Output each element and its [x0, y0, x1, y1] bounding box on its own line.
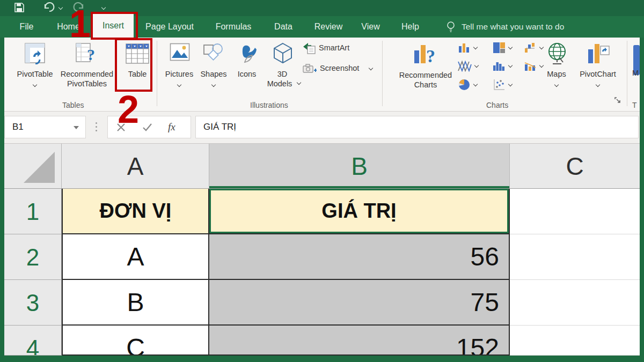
dropdown-icon: [539, 45, 544, 50]
row-header-1[interactable]: 1: [4, 189, 62, 234]
cell-a1[interactable]: ĐƠN VỊ: [62, 189, 209, 234]
tables-group-label: Tables: [62, 101, 84, 109]
cell-b3[interactable]: 75: [209, 280, 510, 326]
tab-page-layout[interactable]: Page Layout: [143, 16, 196, 38]
3d-models-dropdown-icon: [296, 80, 302, 85]
illustrations-group-label: Illustrations: [250, 101, 288, 109]
formula-bar-row: B1 fx GIÁ TRỊ: [4, 112, 640, 144]
dropdown-icon: [508, 63, 513, 68]
screenshot-dropdown-icon: [368, 66, 374, 71]
dropdown-icon: [539, 63, 544, 68]
recommended-charts-label1: Recommended: [396, 71, 455, 79]
waterfall-chart-icon: [524, 42, 537, 54]
undo-icon[interactable]: [43, 2, 56, 13]
column-chart-icon: [458, 42, 471, 54]
cell-a4[interactable]: C: [62, 326, 209, 356]
annotation-box-insert-tab: [91, 12, 138, 40]
group-separator: [627, 41, 627, 106]
insert-line-chart-button[interactable]: [458, 60, 472, 72]
spreadsheet-grid: A B C 1 2 3 4 ĐƠN VỊ GIÁ TRỊ A 56 B 75 C…: [4, 144, 640, 356]
tab-review[interactable]: Review: [312, 16, 345, 38]
insert-function-icon[interactable]: fx: [168, 116, 175, 138]
name-box-value: B1: [12, 122, 24, 132]
scatter-chart-icon: [493, 78, 506, 91]
dropdown-icon: [473, 82, 478, 87]
dropdown-icon: [508, 45, 513, 50]
svg-text:?: ?: [426, 46, 435, 66]
pictures-dropdown-icon: [177, 83, 182, 87]
quick-access-customize-icon[interactable]: [101, 5, 106, 10]
column-header-c[interactable]: C: [510, 144, 640, 189]
pivotchart-label: PivotChart: [573, 70, 623, 78]
tab-help[interactable]: Help: [398, 16, 422, 38]
row-header-4[interactable]: 4: [4, 326, 62, 356]
save-icon[interactable]: [14, 2, 25, 13]
shapes-dropdown-icon: [211, 83, 216, 87]
name-box-dropdown-icon[interactable]: [74, 126, 79, 129]
clipped-group-label-t: T: [632, 101, 637, 109]
tell-me-search[interactable]: Tell me what you want to do: [462, 16, 585, 38]
smartart-button[interactable]: SmartArt: [303, 42, 372, 56]
maps-label: Maps: [541, 70, 572, 78]
pie-chart-icon: [458, 78, 471, 91]
combo-chart-icon: [524, 60, 537, 72]
formula-bar-splitter-icon[interactable]: [96, 122, 97, 124]
insert-pie-chart-button[interactable]: [458, 78, 471, 91]
insert-combo-chart-button[interactable]: [524, 60, 537, 72]
cell-a2[interactable]: A: [62, 234, 209, 280]
lightbulb-icon: [445, 21, 456, 33]
shapes-icon: [203, 43, 224, 62]
recommended-charts-icon: ?: [412, 42, 439, 67]
cell-c1[interactable]: [510, 189, 640, 234]
icons-icon: [237, 42, 258, 63]
maps-icon: [546, 42, 568, 65]
pivotchart-icon: [586, 42, 611, 67]
tab-formulas[interactable]: Formulas: [212, 16, 255, 38]
tab-view[interactable]: View: [358, 16, 383, 38]
maps-dropdown-icon: [554, 83, 559, 87]
tab-data[interactable]: Data: [270, 16, 297, 38]
insert-waterfall-chart-button[interactable]: [524, 42, 537, 54]
screenshot-icon: [303, 63, 317, 74]
group-separator: [382, 41, 383, 106]
dropdown-icon: [474, 63, 479, 68]
insert-statistic-chart-button[interactable]: [493, 60, 506, 72]
radar-chart-icon: [458, 60, 472, 72]
pictures-icon: [170, 43, 190, 61]
pivottable-icon: [24, 42, 46, 64]
shapes-label: Shapes: [194, 70, 233, 78]
cell-a3[interactable]: B: [62, 280, 209, 326]
enter-icon[interactable]: [142, 123, 152, 132]
column-header-b[interactable]: B: [209, 144, 510, 189]
insert-scatter-chart-button[interactable]: [493, 78, 506, 91]
cell-b1-active[interactable]: GIÁ TRỊ: [209, 189, 510, 234]
undo-dropdown-icon[interactable]: [58, 5, 63, 10]
select-all-corner[interactable]: [4, 144, 62, 189]
cell-b2[interactable]: 56: [209, 234, 510, 280]
cell-b4[interactable]: 152: [209, 326, 510, 356]
formula-input[interactable]: GIÁ TRỊ: [195, 116, 639, 138]
name-box[interactable]: B1: [4, 116, 86, 138]
recommended-charts-label2: Charts: [396, 80, 455, 89]
tab-file[interactable]: File: [12, 16, 41, 38]
insert-hierarchy-chart-button[interactable]: [493, 42, 506, 54]
screenshot-button[interactable]: Screenshot: [303, 62, 378, 76]
column-header-a[interactable]: A: [62, 144, 209, 189]
pivottable-dropdown-icon: [32, 83, 38, 87]
insert-column-chart-button[interactable]: [458, 42, 471, 54]
3d-models-icon: [272, 42, 294, 64]
cell-c3[interactable]: [510, 280, 640, 326]
group-separator: [157, 41, 157, 106]
ribbon: PivotTable ? Recommended PivotTables Tab…: [4, 38, 640, 112]
pivottable-label: PivotTable: [11, 70, 59, 78]
charts-dialog-launcher-icon[interactable]: [614, 97, 621, 104]
recommended-pivottables-label2: PivotTables: [58, 79, 116, 88]
smartart-label: SmartArt: [319, 43, 349, 52]
dropdown-icon: [508, 82, 513, 87]
icons-label: Icons: [229, 70, 265, 78]
row-header-2[interactable]: 2: [4, 234, 62, 280]
cell-c4[interactable]: [510, 326, 640, 356]
cell-c2[interactable]: [510, 234, 640, 280]
recommended-pivottables-icon: ?: [75, 42, 99, 64]
row-header-3[interactable]: 3: [4, 280, 62, 326]
